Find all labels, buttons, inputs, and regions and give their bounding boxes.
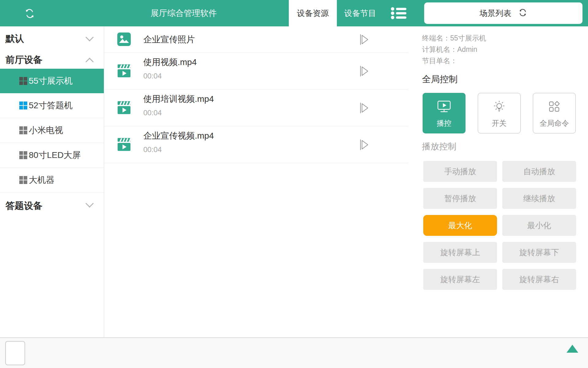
group-label: 前厅设备 bbox=[6, 54, 42, 66]
device-label: 小米电视 bbox=[29, 125, 63, 136]
device-label: 80寸LED大屏 bbox=[29, 149, 81, 161]
sidebar-group-header[interactable]: 前厅设备 bbox=[0, 51, 104, 69]
playlist-name: 节目单名： bbox=[422, 55, 486, 67]
play-button[interactable] bbox=[359, 65, 369, 77]
playback-control-title: 播放控制 bbox=[422, 141, 456, 152]
list-menu-icon[interactable] bbox=[390, 6, 407, 20]
playback-button[interactable]: 自动播放 bbox=[502, 161, 576, 182]
play-button[interactable] bbox=[359, 34, 369, 45]
chevron-up-icon bbox=[85, 58, 94, 66]
play-button[interactable] bbox=[359, 139, 369, 151]
scene-refresh-icon[interactable] bbox=[518, 8, 527, 18]
media-row: 企业宣传照片 bbox=[104, 26, 408, 53]
media-name: 使用视频.mp4 bbox=[143, 57, 197, 67]
expand-panel-triangle-icon[interactable] bbox=[567, 345, 578, 353]
media-duration: 00:04 bbox=[143, 72, 162, 80]
image-file-icon bbox=[117, 33, 131, 46]
exhibition-management-app: 展厅综合管理软件 设备资源 设备节目 场景列表 bbox=[0, 0, 588, 368]
video-file-icon bbox=[117, 101, 131, 114]
playback-button[interactable]: 旋转屏幕左 bbox=[423, 269, 497, 290]
command-grid-icon bbox=[547, 100, 562, 115]
play-button[interactable] bbox=[359, 102, 369, 114]
scene-list-button[interactable]: 场景列表 bbox=[424, 2, 582, 24]
play-control-mode-button[interactable]: 播控 bbox=[423, 93, 466, 133]
media-name: 使用培训视频.mp4 bbox=[143, 94, 214, 104]
playback-button[interactable]: 旋转屏幕右 bbox=[502, 269, 576, 290]
monitor-play-icon bbox=[437, 100, 451, 115]
global-control-title: 全局控制 bbox=[422, 74, 458, 84]
mode-label: 播控 bbox=[437, 118, 451, 128]
playback-button[interactable]: 暂停播放 bbox=[423, 188, 497, 209]
sidebar-groups: 默认前厅设备55寸展示机52寸答题机小米电视80寸LED大屏大机器答题设备 bbox=[0, 26, 104, 219]
sidebar-device-item[interactable]: 80寸LED大屏 bbox=[0, 143, 104, 168]
tab-device-programs[interactable]: 设备节目 bbox=[337, 0, 383, 26]
sidebar-group-header[interactable]: 默认 bbox=[0, 26, 104, 51]
video-file-icon bbox=[117, 64, 131, 78]
playback-button[interactable]: 最小化 bbox=[502, 215, 576, 236]
control-panel: 终端名：55寸展示机 计算机名：Admin 节目单名： 全局控制 播控 bbox=[408, 26, 588, 337]
computer-name: 计算机名：Admin bbox=[422, 44, 486, 55]
media-row: 使用培训视频.mp400:04 bbox=[104, 90, 408, 126]
video-file-icon bbox=[117, 138, 131, 151]
chevron-down-icon bbox=[85, 199, 94, 208]
media-list: 企业宣传照片使用视频.mp400:04使用培训视频.mp400:04企业宣传视频… bbox=[104, 26, 408, 163]
top-bar: 展厅综合管理软件 设备资源 设备节目 场景列表 bbox=[0, 0, 588, 26]
global-command-mode-button[interactable]: 全局命令 bbox=[533, 93, 576, 133]
media-row: 企业宣传视频.mp400:04 bbox=[104, 126, 408, 163]
device-label: 52寸答题机 bbox=[29, 100, 73, 111]
sidebar: 默认前厅设备55寸展示机52寸答题机小米电视80寸LED大屏大机器答题设备 bbox=[0, 26, 104, 337]
media-name: 企业宣传视频.mp4 bbox=[143, 131, 214, 141]
windows-logo-icon bbox=[19, 77, 27, 85]
media-name: 企业宣传照片 bbox=[143, 26, 195, 52]
playback-button[interactable]: 旋转屏幕下 bbox=[502, 242, 576, 263]
sidebar-device-item[interactable]: 55寸展示机 bbox=[0, 69, 104, 93]
preview-thumbnail[interactable] bbox=[5, 341, 25, 365]
windows-logo-icon bbox=[19, 151, 27, 159]
light-bulb-icon bbox=[492, 100, 507, 115]
playback-button[interactable]: 最大化 bbox=[423, 215, 497, 236]
media-duration: 00:04 bbox=[143, 109, 162, 117]
playback-button[interactable]: 手动播放 bbox=[423, 161, 497, 182]
sidebar-group-header[interactable]: 答题设备 bbox=[0, 193, 104, 219]
mode-label: 全局命令 bbox=[540, 118, 569, 128]
scene-list-label: 场景列表 bbox=[480, 8, 511, 19]
tab-device-resources[interactable]: 设备资源 bbox=[289, 0, 337, 26]
playback-button[interactable]: 继续播放 bbox=[502, 188, 576, 209]
sidebar-device-item[interactable]: 小米电视 bbox=[0, 118, 104, 143]
chevron-down-icon bbox=[85, 33, 94, 41]
group-label: 答题设备 bbox=[6, 200, 42, 212]
terminal-name: 终端名：55寸展示机 bbox=[422, 33, 486, 44]
sidebar-device-item[interactable]: 52寸答题机 bbox=[0, 93, 104, 118]
group-label: 默认 bbox=[6, 33, 24, 45]
power-switch-mode-button[interactable]: 开关 bbox=[478, 93, 521, 133]
media-duration: 00:04 bbox=[143, 145, 162, 154]
device-label: 55寸展示机 bbox=[29, 75, 73, 87]
media-row: 使用视频.mp400:04 bbox=[104, 53, 408, 90]
windows-logo-icon bbox=[19, 126, 27, 134]
terminal-info: 终端名：55寸展示机 计算机名：Admin 节目单名： bbox=[422, 33, 486, 67]
refresh-icon[interactable] bbox=[24, 8, 36, 19]
playback-button[interactable]: 旋转屏幕上 bbox=[423, 242, 497, 263]
sidebar-device-item[interactable]: 大机器 bbox=[0, 168, 104, 193]
mode-label: 开关 bbox=[492, 118, 507, 128]
bottom-bar bbox=[0, 337, 588, 368]
windows-logo-icon bbox=[19, 102, 27, 109]
windows-logo-icon bbox=[19, 176, 27, 184]
device-label: 大机器 bbox=[29, 174, 55, 186]
